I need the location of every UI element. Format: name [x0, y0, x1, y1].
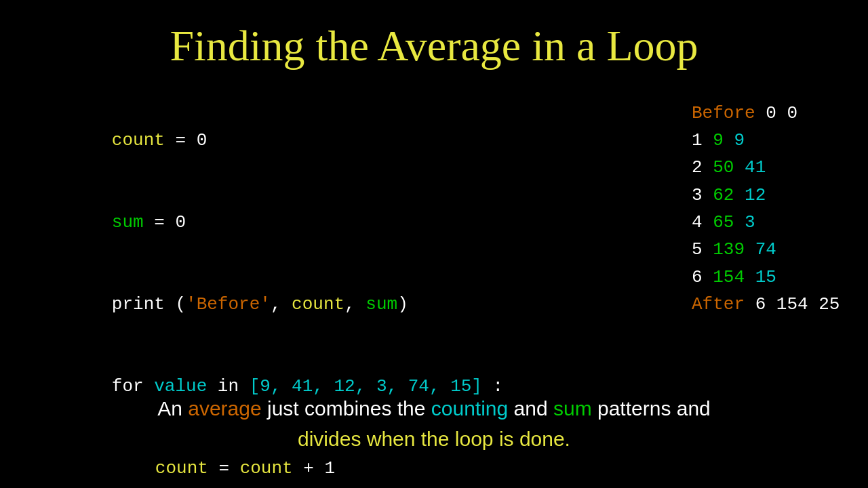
bottom-text: An average just combines the counting an…	[0, 393, 868, 454]
bottom-text-line1: An average just combines the counting an…	[157, 397, 711, 420]
output-line-after: After 6 154 25	[692, 291, 841, 318]
code-line-1: count = 0	[27, 100, 637, 182]
output-line-1: 1 9 9	[692, 127, 841, 154]
page-title: Finding the Average in a Loop	[170, 20, 698, 73]
output-line-3: 3 62 12	[692, 182, 841, 209]
bottom-text-line2: divides when the loop is done.	[298, 428, 570, 450]
output-line-4: 4 65 3	[692, 209, 841, 236]
output-line-5: 5 139 74	[692, 236, 841, 263]
output-line-2: 2 50 41	[692, 154, 841, 181]
output-line-before: Before 0 0	[692, 100, 841, 127]
code-line-3: print ('Before', count, sum)	[27, 264, 637, 346]
output-line-6: 6 154 15	[692, 264, 841, 291]
code-line-2: sum = 0	[27, 182, 637, 264]
